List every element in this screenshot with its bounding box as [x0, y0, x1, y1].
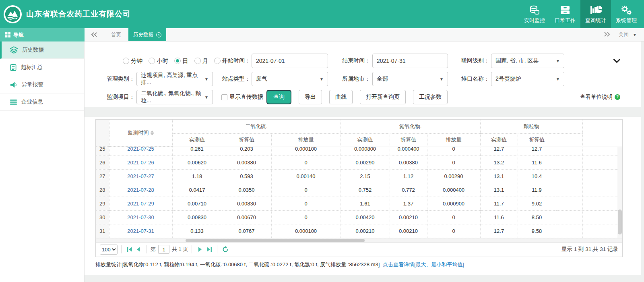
prev-page-button[interactable]: [134, 245, 143, 254]
new-query-page-button[interactable]: 打开新查询页: [360, 90, 406, 104]
value-cell: 11.9: [518, 183, 556, 197]
date-link[interactable]: 2021-07-28: [127, 187, 154, 193]
vertical-scrollbar-thumb[interactable]: [618, 209, 622, 234]
value-cell: 0.261: [172, 147, 222, 156]
monitor-items-select[interactable]: 二氧化硫., 氮氧化物., 颗粒...▼: [136, 90, 213, 104]
filter-row-2: 管理类别： 违规项目, 高架源, 重点排...▼ 站点类型： 废气▼ 所属地市：…: [85, 72, 641, 86]
value-cell: 2.15: [341, 170, 390, 183]
sidebar-item-abnormal-alarm[interactable]: 异常报警: [0, 76, 84, 93]
last-page-button[interactable]: [204, 245, 213, 254]
end-time-input[interactable]: 2021-07-31: [372, 54, 448, 68]
filler-cell: [582, 156, 617, 170]
radio-month[interactable]: 月: [194, 57, 208, 65]
value-cell: 0.593: [222, 170, 271, 183]
caret-down-icon: ▼: [556, 77, 560, 81]
nav-item-label: 实时监控: [524, 17, 545, 24]
nav-query-statistics[interactable]: 查询统计: [580, 0, 611, 28]
sort-icon[interactable]: [151, 131, 154, 135]
tabs-scroll-left-icon[interactable]: [85, 28, 104, 41]
direct-data-checkbox[interactable]: [221, 94, 227, 100]
page-size-select[interactable]: 100: [100, 245, 118, 255]
value-cell: 9.02: [518, 197, 556, 211]
tab-close-icon[interactable]: ×: [156, 32, 161, 37]
table-row: 282021-07-280.04170.035000.7520.7720.000…: [96, 183, 617, 197]
value-cell: 9.58: [518, 224, 556, 238]
date-link[interactable]: 2021-07-26: [127, 160, 154, 166]
export-button[interactable]: 导出: [299, 90, 322, 104]
start-time-input[interactable]: 2021-07-01: [252, 54, 328, 68]
row-number-cell: 27: [96, 170, 109, 183]
horizontal-scrollbar-thumb[interactable]: [186, 239, 365, 242]
summary-line: 排放量统计[氮氧化物:0.112 t, 颗粒物:0.194 t, 一氧化碳.:0…: [95, 261, 623, 268]
filler-cell: [582, 183, 617, 197]
nav-realtime-monitoring[interactable]: 实时监控: [519, 0, 550, 28]
first-page-button[interactable]: [125, 245, 134, 254]
sidebar-item-history-data[interactable]: 历史数据: [0, 41, 84, 59]
date-link[interactable]: 2021-07-27: [127, 173, 154, 179]
mgmt-category-select[interactable]: 违规项目, 高架源, 重点排...▼: [136, 72, 213, 86]
network-level-select[interactable]: 国家, 省, 市, 区县▼: [491, 54, 564, 68]
nav-daily-work[interactable]: 日常工作: [550, 0, 580, 28]
radio-hour[interactable]: 小时: [149, 57, 168, 65]
period-radio-group: 分钟 小时 日 月 年: [123, 54, 228, 68]
sidebar: 历史数据 超标汇总 异常报警 企业信息: [0, 41, 85, 282]
gears-icon: [620, 4, 632, 16]
value-cell: 12.7: [480, 224, 518, 238]
station-type-select[interactable]: 废气▼: [252, 72, 328, 86]
value-cell: 0.0767: [222, 224, 271, 238]
value-cell: 0.000800: [341, 147, 390, 156]
caret-down-icon: ▼: [556, 59, 560, 63]
sidebar-item-enterprise-info[interactable]: 企业信息: [0, 93, 84, 111]
condition-params-button[interactable]: 工况参数: [413, 90, 448, 104]
nav-system-management[interactable]: 系统管理: [611, 0, 642, 28]
value-cell: 13.1: [480, 170, 518, 183]
radio-day[interactable]: 日: [174, 57, 188, 65]
collapse-panel-chevron-icon[interactable]: [613, 54, 620, 68]
date-link[interactable]: 2021-07-29: [127, 201, 154, 207]
empty-cell: [556, 147, 582, 156]
value-cell: 0.00210: [390, 224, 427, 238]
sidebar-item-label: 企业信息: [21, 98, 43, 106]
query-button[interactable]: 查询: [266, 90, 291, 104]
tab-history-data[interactable]: 历史数据 ×: [128, 28, 166, 41]
value-cell: 0.00380: [222, 156, 271, 170]
summary-detail-link[interactable]: 点击查看详情[最大、最小和平均值]: [383, 261, 464, 267]
caret-down-icon: ▼: [320, 77, 324, 81]
next-page-button[interactable]: [196, 245, 204, 254]
radio-minute[interactable]: 分钟: [123, 57, 142, 65]
date-link[interactable]: 2021-07-25: [127, 147, 154, 152]
outlet-name-select[interactable]: 2号焚烧炉▼: [491, 72, 564, 86]
value-cell: 8.50: [518, 211, 556, 224]
sub-header: 折算值: [390, 133, 427, 146]
time-column-header[interactable]: 监测时间: [109, 120, 172, 146]
mgmt-category-label: 管理类别：: [101, 72, 135, 86]
page-prefix-label: 第: [151, 246, 156, 253]
row-number-cell: 29: [96, 197, 109, 211]
data-grid: 监测时间 二氧化硫. 氮氧化物. 颗粒物 实测值折算值排放量实测值折算值排放量实…: [95, 119, 623, 257]
tab-label: 首页: [111, 31, 121, 38]
value-cell: 0: [427, 224, 480, 238]
date-link[interactable]: 2021-07-30: [127, 214, 154, 220]
value-cell: 0.00620: [172, 156, 222, 170]
city-select[interactable]: 全部▼: [372, 72, 448, 86]
tab-home[interactable]: 首页: [104, 28, 128, 41]
value-cell: 0.00210: [341, 224, 390, 238]
page-number-input[interactable]: [158, 245, 169, 254]
tab-label: 历史数据: [133, 31, 153, 38]
row-number-cell: 25: [96, 147, 109, 156]
close-tabs-menu[interactable]: 关闭 ▼: [619, 31, 637, 38]
date-link[interactable]: 2021-07-31: [127, 228, 154, 234]
tabs-scroll-right-icon[interactable]: [604, 32, 610, 38]
sub-header: 实测值: [341, 133, 390, 146]
refresh-button[interactable]: [221, 245, 230, 254]
date-cell: 2021-07-25: [109, 147, 172, 156]
curve-button[interactable]: 曲线: [329, 90, 353, 104]
value-cell: 0: [271, 156, 341, 170]
sidebar-item-exceedance-summary[interactable]: 超标汇总: [0, 59, 84, 76]
filter-row-3: 监测项目： 二氧化硫., 氮氧化物., 颗粒...▼ 显示直传数据 查询 导出 …: [85, 90, 641, 104]
outlet-name-value: 2号焚烧炉: [495, 75, 521, 83]
sub-header: [556, 133, 582, 146]
direct-data-label: 显示直传数据: [229, 93, 263, 101]
archive-icon: [559, 4, 571, 16]
unit-help-link[interactable]: 查看单位说明 ?: [580, 90, 620, 104]
